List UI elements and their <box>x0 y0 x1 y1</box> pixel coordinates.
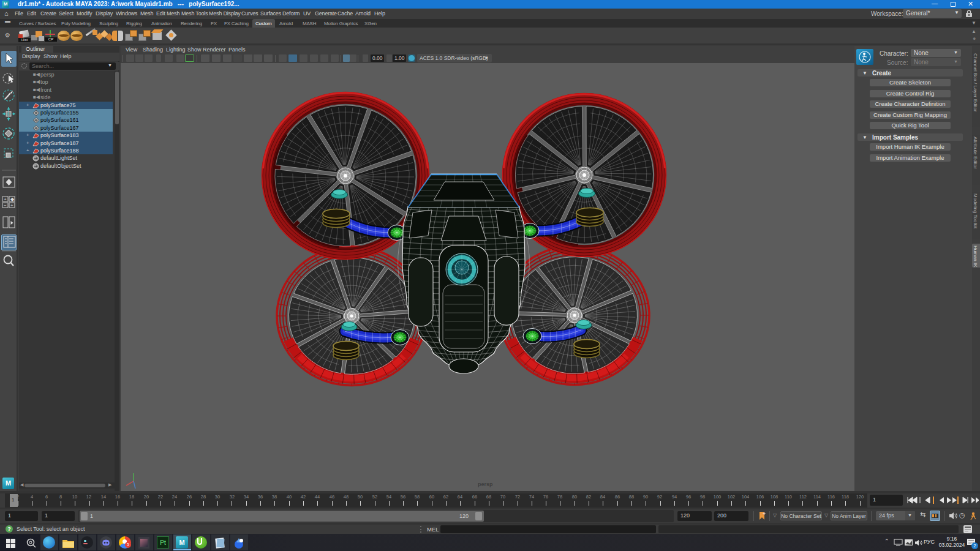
svg-text:+: + <box>763 511 766 517</box>
svg-text:+: + <box>10 203 13 208</box>
svg-text:−: − <box>4 203 7 208</box>
svg-text:+: + <box>4 197 7 202</box>
svg-text:◆: ◆ <box>10 197 15 202</box>
